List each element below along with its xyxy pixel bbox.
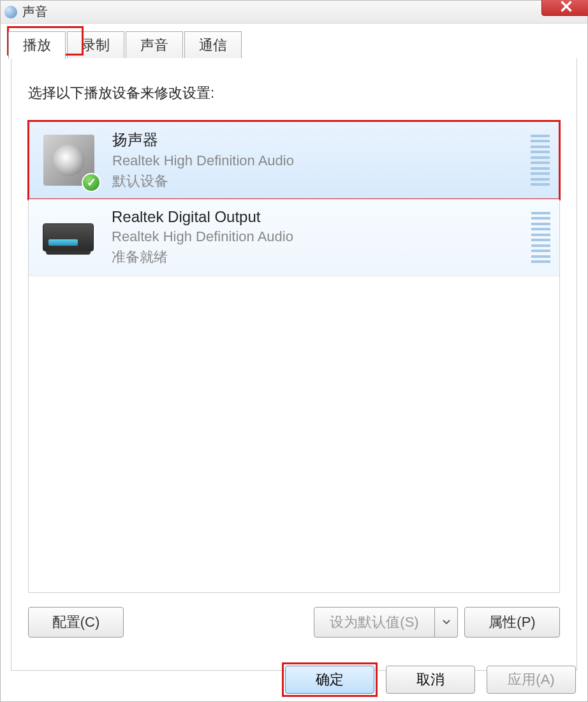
apply-button[interactable]: 应用(A)	[487, 666, 576, 694]
device-status: 准备就绪	[112, 248, 518, 267]
device-text: Realtek Digital Output Realtek High Defi…	[112, 208, 518, 267]
tab-playback[interactable]: 播放	[8, 31, 66, 59]
titlebar: 声音	[1, 1, 587, 24]
device-text: 扬声器 Realtek High Definition Audio 默认设备	[112, 130, 518, 191]
prompt-text: 选择以下播放设备来修改设置:	[28, 84, 560, 103]
cancel-button[interactable]: 取消	[386, 666, 475, 694]
device-name: Realtek Digital Output	[112, 208, 518, 226]
dialog-buttons: 确定 取消 应用(A)	[285, 666, 576, 694]
level-meter-icon	[531, 135, 550, 186]
properties-button[interactable]: 属性(P)	[464, 607, 560, 638]
close-button[interactable]	[541, 0, 588, 16]
list-buttons: 配置(C) 设为默认值(S) 属性(P)	[28, 607, 560, 638]
default-check-icon: ✓	[82, 173, 101, 192]
ok-button[interactable]: 确定	[285, 666, 374, 694]
sound-icon	[4, 6, 17, 19]
tab-sounds[interactable]: 声音	[126, 31, 183, 59]
tab-content: 选择以下播放设备来修改设置: ✓ 扬声器 Realtek High Defini…	[11, 58, 577, 671]
device-item-digital-output[interactable]: Realtek Digital Output Realtek High Defi…	[29, 199, 559, 276]
device-driver: Realtek High Definition Audio	[112, 228, 518, 245]
set-default-split-button[interactable]: 设为默认值(S)	[314, 607, 458, 638]
digital-output-icon	[38, 207, 99, 268]
window-title: 声音	[22, 3, 584, 20]
tab-recording[interactable]: 录制	[67, 31, 124, 59]
device-list[interactable]: ✓ 扬声器 Realtek High Definition Audio 默认设备	[28, 121, 560, 593]
chevron-down-icon	[443, 620, 450, 625]
level-meter-icon	[531, 212, 550, 263]
device-item-speakers[interactable]: ✓ 扬声器 Realtek High Definition Audio 默认设备	[29, 121, 559, 199]
set-default-button[interactable]: 设为默认值(S)	[314, 607, 435, 638]
device-driver: Realtek High Definition Audio	[112, 153, 518, 169]
sound-dialog: 声音 播放 录制 声音 通信 选择以下播放设备来修改设置: ✓ 扬声器 Real…	[0, 0, 588, 702]
speaker-icon: ✓	[38, 130, 99, 191]
device-name: 扬声器	[112, 130, 518, 150]
tab-communications[interactable]: 通信	[184, 31, 242, 59]
close-icon	[561, 1, 572, 12]
tab-row: 播放 录制 声音 通信	[1, 27, 587, 58]
set-default-dropdown[interactable]	[435, 607, 458, 638]
configure-button[interactable]: 配置(C)	[28, 607, 124, 638]
device-status: 默认设备	[112, 172, 518, 191]
